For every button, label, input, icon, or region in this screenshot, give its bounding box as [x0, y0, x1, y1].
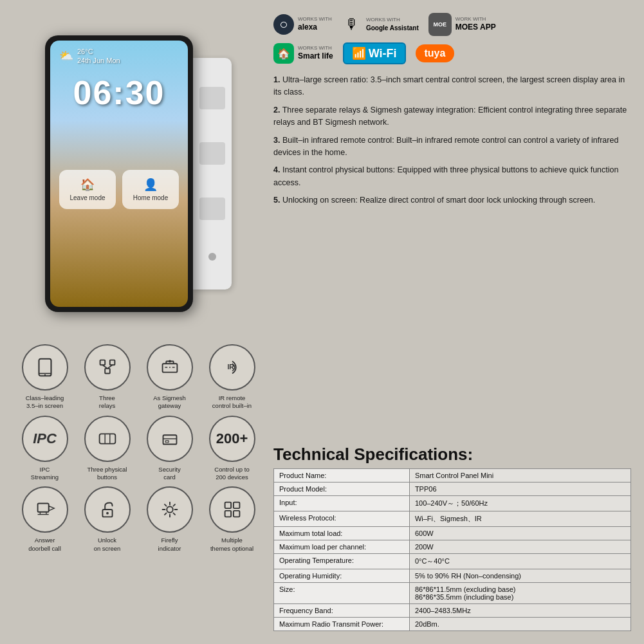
- smartlife-name: Smart life: [298, 51, 333, 62]
- svg-rect-40: [233, 502, 239, 509]
- specs-label: Maximum load per channel:: [274, 540, 410, 554]
- svg-rect-8: [162, 363, 177, 372]
- side-button-1[interactable]: [199, 87, 225, 109]
- svg-line-7: [107, 365, 113, 369]
- svg-text:IR: IR: [227, 363, 234, 371]
- relays-feature-label: Threerelays: [99, 394, 115, 410]
- specs-label: Product Name:: [274, 469, 410, 483]
- svg-rect-22: [165, 441, 169, 443]
- alexa-brand: ○ WORKS WITH alexa: [273, 14, 332, 35]
- feature-descriptions: 1. Ultra–large screen ratio: 3.5–inch sm…: [273, 74, 631, 438]
- specs-label: Input:: [274, 496, 410, 511]
- feature-screen: Class–leading3.5–in screen: [16, 344, 73, 410]
- feature-unlock: Unlockon screen: [78, 486, 136, 553]
- buttons-feature-label: Three physicalbuttons: [87, 466, 127, 482]
- specs-row: Product Name:Smart Control Panel Mini: [274, 469, 631, 483]
- desc-2: 2. Three separate relays & Sigmesh gatew…: [273, 104, 631, 129]
- svg-line-36: [173, 513, 175, 515]
- specs-value: 86*86*11.5mm (excluding base) 86*86*35.5…: [409, 583, 630, 604]
- svg-rect-4: [109, 360, 115, 365]
- side-button-2[interactable]: [199, 142, 225, 165]
- unlock-icon-circle: [84, 486, 131, 533]
- specs-row: Frequency Band:2400–2483.5MHz: [274, 604, 631, 618]
- google-brand: 🎙 Works with Google Assistant: [342, 14, 419, 35]
- unlock-feature-label: Unlockon screen: [94, 537, 121, 553]
- specs-value: Smart Control Panel Mini: [409, 469, 630, 483]
- clock-display: 06:30: [50, 68, 188, 131]
- feature-doorbell: Answerdoorbell call: [16, 486, 73, 553]
- svg-line-35: [164, 504, 166, 506]
- svg-rect-23: [37, 504, 48, 512]
- specs-label: Wireless Protocol:: [274, 511, 410, 527]
- feature-firefly: Fireflyindicator: [141, 486, 198, 553]
- specs-value: 0°C～40°C: [409, 554, 630, 569]
- svg-rect-20: [163, 435, 176, 444]
- svg-marker-24: [48, 506, 54, 511]
- buttons-icon-circle: [84, 416, 131, 462]
- security-icon-circle: [147, 416, 193, 462]
- feature-sigmesh: As Sigmeshgateway: [141, 344, 198, 410]
- feature-ir: IR IR remotecontrol built–in: [203, 344, 261, 410]
- alexa-name: alexa: [298, 23, 332, 33]
- svg-rect-3: [100, 360, 105, 365]
- specs-label: Frequency Band:: [274, 604, 410, 618]
- specs-row: Maximum Radio Transmit Power:20dBm.: [274, 618, 631, 631]
- svg-point-2: [44, 374, 45, 376]
- google-name: Google Assistant: [366, 24, 419, 32]
- side-button-3[interactable]: [199, 198, 225, 220]
- specs-row: Operating Humidity:5% to 90% RH (Non–con…: [274, 569, 631, 583]
- specs-value: 200W: [409, 540, 630, 554]
- svg-rect-41: [225, 511, 231, 517]
- alexa-icon: ○: [273, 14, 294, 35]
- svg-rect-5: [105, 369, 110, 374]
- specs-value: 2400–2483.5MHz: [409, 604, 630, 618]
- moes-works-with: WORK WITH: [455, 16, 496, 23]
- leave-mode-button[interactable]: 🏠 Leave mode: [59, 170, 116, 209]
- specs-value: Wi–Fi、Sigmesh、IR: [409, 511, 630, 527]
- tech-specs-title: Technical Specifications:: [273, 445, 631, 465]
- specs-row: Maximum total load:600W: [274, 527, 631, 540]
- wifi-badge: 📶 Wi-Fi: [343, 42, 406, 64]
- sigmesh-icon-circle: [147, 344, 193, 391]
- ipc-text: IPC: [33, 430, 57, 447]
- moes-icon: MOE: [428, 13, 452, 36]
- weather-icon: ⛅: [59, 49, 73, 63]
- specs-row: Operating Temperature:0°C～40°C: [274, 554, 631, 569]
- doorbell-icon-circle: [22, 486, 68, 533]
- moes-name: MOES APP: [455, 23, 496, 33]
- desc-5: 5. Unlocking on screen: Realize direct c…: [273, 194, 631, 207]
- svg-rect-42: [233, 511, 239, 517]
- screen-feature-label: Class–leading3.5–in screen: [26, 394, 64, 410]
- desc-1: 1. Ultra–large screen ratio: 3.5–inch sm…: [273, 74, 631, 99]
- svg-point-12: [169, 360, 171, 363]
- desc-3: 3. Built–in infrared remote control: Bui…: [273, 134, 631, 160]
- svg-point-30: [167, 507, 173, 513]
- temperature-display: 26°C: [77, 47, 120, 56]
- specs-label: Size:: [274, 583, 410, 604]
- svg-line-38: [164, 513, 166, 515]
- specs-row: Input:100–240V～；50/60Hz: [274, 496, 631, 511]
- tablet-body: ⛅ 26°C 24th Jun Mon 06:30 🏠 Leave mode: [45, 35, 193, 312]
- ir-icon-circle: IR: [209, 344, 255, 391]
- ir-feature-label: IR remotecontrol built–in: [212, 394, 252, 410]
- svg-point-29: [106, 512, 109, 515]
- home-mode-button[interactable]: 👤 Home mode: [122, 170, 179, 209]
- wifi-label: Wi-Fi: [369, 47, 397, 60]
- specs-row: Size:86*86*11.5mm (excluding base) 86*86…: [274, 583, 631, 604]
- brand-logos-bar-2: 🏠 WORKS WITH Smart life 📶 Wi-Fi tuya: [273, 42, 631, 64]
- alexa-works-with: WORKS WITH: [298, 16, 332, 23]
- specs-value: 20dBm.: [409, 618, 630, 631]
- specs-label: Operating Temperature:: [274, 554, 410, 569]
- feature-200: 200+ Control up to200 devices: [203, 416, 261, 482]
- svg-line-6: [102, 365, 107, 369]
- feature-relays: Threerelays: [78, 344, 136, 410]
- security-feature-label: Securitycard: [158, 466, 180, 482]
- side-module: [193, 58, 232, 290]
- themes-feature-label: Multiplethemes optional: [210, 537, 253, 553]
- firefly-feature-label: Fireflyindicator: [158, 537, 181, 553]
- tuya-label: tuya: [425, 48, 446, 59]
- feature-buttons: Three physicalbuttons: [78, 416, 136, 482]
- desc-4: 4. Instant control physical buttons: Equ…: [273, 164, 631, 189]
- tech-specs-section: Technical Specifications: Product Name:S…: [273, 445, 631, 631]
- sigmesh-feature-label: As Sigmeshgateway: [153, 394, 186, 410]
